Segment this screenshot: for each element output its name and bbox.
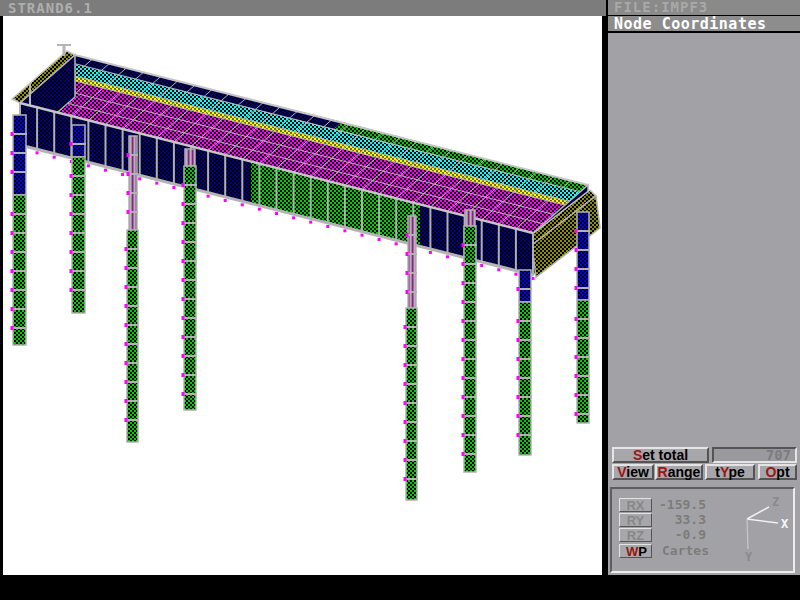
application-window: STRAND6.1 [0, 0, 800, 600]
file-label: FILE:IMPF3 [614, 0, 708, 15]
bottom-bar [0, 575, 800, 600]
range-button[interactable]: Range [655, 464, 703, 480]
panel-title-bar: Node Coordinates [608, 15, 800, 33]
column-segment-purple [408, 216, 416, 308]
total-count-value: 707 [766, 447, 791, 463]
column-segment-purple [185, 149, 195, 166]
z-axis-line [747, 507, 769, 519]
control-panel: FILE:IMPF3 Node Coordinates Set total 70… [608, 0, 800, 575]
wp-button[interactable]: WP [619, 544, 652, 558]
rz-value: -0.9 [654, 528, 706, 542]
axis-triad: Z X Y [711, 491, 791, 569]
ry-button[interactable]: RY [619, 513, 652, 527]
view-button[interactable]: View [612, 464, 654, 480]
rotation-group-box: RX -159.5 RY 33.3 RZ -0.9 WP Cartes Z X [610, 487, 795, 573]
range-hotkey: R [658, 464, 668, 480]
opt-button[interactable]: Opt [758, 464, 797, 480]
window-titlebar: STRAND6.1 [0, 0, 606, 16]
type-button[interactable]: tYpe [705, 464, 755, 480]
x-axis-label: X [781, 517, 789, 531]
column-segment-green [184, 166, 196, 410]
set-total-label: et total [642, 447, 688, 463]
ry-value: 33.3 [654, 513, 706, 527]
rz-button[interactable]: RZ [619, 528, 652, 542]
column-segment-blue [577, 212, 589, 300]
rx-value: -159.5 [654, 498, 706, 512]
rx-button[interactable]: RX [619, 498, 652, 512]
column-segment-purple [129, 136, 137, 230]
total-count-field: 707 [712, 447, 797, 463]
y-axis-line [747, 519, 748, 549]
view-hotkey: V [617, 464, 626, 480]
y-axis-label: Y [745, 550, 753, 564]
wp-mode-label: Cartes [662, 544, 709, 558]
bridge-model-drawing [3, 16, 602, 575]
set-total-hotkey: S [633, 447, 642, 463]
model-viewport[interactable] [0, 16, 605, 575]
file-bar: FILE:IMPF3 [608, 0, 800, 15]
app-title: STRAND6.1 [8, 0, 93, 16]
wp-hotkey: W [626, 544, 638, 559]
column-segment-blue [13, 115, 26, 195]
column-segment-green [127, 230, 138, 442]
x-axis-line [747, 519, 778, 523]
z-axis-label: Z [772, 495, 779, 509]
set-total-button[interactable]: Set total [612, 447, 709, 463]
opt-hotkey: O [765, 464, 776, 480]
column-segment-purple [465, 210, 475, 226]
panel-title: Node Coordinates [614, 15, 767, 33]
column-segment-blue [519, 270, 531, 302]
column-segment-blue [72, 125, 85, 157]
